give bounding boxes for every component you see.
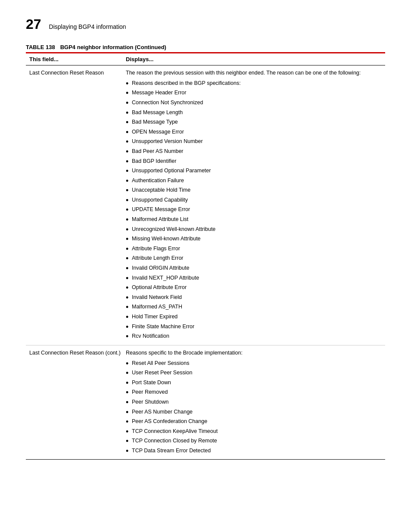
bullet-icon: • [126,303,132,312]
list-item: •Finite State Machine Error [126,322,385,332]
list-item: •Malformed AS_PATH [126,302,385,312]
bullet-icon: • [126,313,132,322]
bullet-icon: • [126,398,132,408]
bullet-text: Optional Attribute Error [132,283,385,292]
bullet-icon: • [126,205,132,215]
list-item: •Connection Not Synchronized [126,98,385,108]
list-item: •Authentication Failure [126,176,385,186]
bullet-icon: • [126,332,132,342]
col-field-header: This field... [26,56,121,62]
list-item: •Port State Down [126,378,385,388]
bullet-icon: • [126,235,132,244]
bullet-text: Invalid ORIGIN Attribute [132,264,385,272]
bullet-text: Unacceptable Hold Time [132,186,385,194]
list-item: •Missing Well-known Attribute [126,234,385,244]
table-row: Last Connection Reset Reason (cont.)Reas… [26,345,385,460]
displays-cell: The reason the previous session with thi… [121,69,385,342]
bullet-icon: • [126,157,132,167]
bullet-icon: • [126,89,132,98]
bullet-list: •Reasons described in the BGP specificat… [126,79,385,342]
list-item: •TCP Connection Closed by Remote [126,436,385,446]
bullet-icon: • [126,79,132,89]
list-item: •OPEN Message Error [126,128,385,137]
bullet-icon: • [126,225,132,235]
table-label: TABLE 138 [26,44,55,50]
bullet-text: Peer Removed [132,388,385,396]
bullet-icon: • [126,245,132,254]
list-item: •Peer AS Confederation Change [126,417,385,427]
bullet-icon: • [126,427,132,437]
bullet-text: Peer AS Confederation Change [132,417,385,426]
bullet-text: Invalid Network Field [132,293,385,302]
chapter-title: Displaying BGP4 information [49,23,126,30]
list-item: •Bad Peer AS Number [126,147,385,157]
list-item: •Hold Timer Expired [126,312,385,322]
bullet-text: Finite State Machine Error [132,322,385,331]
bullet-icon: • [126,167,132,176]
list-item: •TCP Connection KeepAlive Timeout [126,427,385,437]
bullet-text: Message Header Error [132,88,385,97]
bullet-text: Bad BGP Identifier [132,157,385,165]
field-cell: Last Connection Reset Reason (cont.) [26,349,121,456]
list-item: •TCP Data Stream Error Detected [126,446,385,456]
bullet-text: Missing Well-known Attribute [132,234,385,243]
page-container: 27 Displaying BGP4 information TABLE 138… [0,0,411,477]
bullet-icon: • [126,186,132,196]
list-item: •Peer Shutdown [126,398,385,408]
bullet-icon: • [126,137,132,147]
col-displays-header: Displays... [121,56,385,62]
bullet-icon: • [126,147,132,157]
list-item: •Optional Attribute Error [126,283,385,293]
bullet-text: TCP Connection Closed by Remote [132,436,385,445]
bullet-text: Rcv Notification [132,332,385,340]
list-item: •Attribute Flags Error [126,244,385,254]
displays-intro: The reason the previous session with thi… [126,69,385,77]
bullet-icon: • [126,379,132,388]
bullet-text: Malformed AS_PATH [132,302,385,311]
bullet-icon: • [126,283,132,293]
bullet-icon: • [126,293,132,303]
displays-cell: Reasons specific to the Brocade implemen… [121,349,385,456]
bullet-text: Unsupported Version Number [132,137,385,146]
displays-intro: Reasons specific to the Brocade implemen… [126,349,385,357]
bullet-icon: • [126,254,132,264]
table-container: TABLE 138 BGP4 neighbor information (Con… [26,44,385,460]
bullet-icon: • [126,109,132,118]
list-item: •Unsupported Optional Parameter [126,166,385,176]
bullet-text: Bad Peer AS Number [132,147,385,156]
bullet-icon: • [126,177,132,186]
bullet-text: TCP Data Stream Error Detected [132,446,385,455]
table-body: Last Connection Reset ReasonThe reason t… [26,65,385,460]
bullet-icon: • [126,408,132,417]
list-item: •Invalid NEXT_HOP Attribute [126,274,385,283]
bullet-text: Unrecognized Well-known Attribute [132,225,385,233]
table-row: Last Connection Reset ReasonThe reason t… [26,65,385,345]
bullet-icon: • [126,417,132,427]
bullet-text: Unsupported Capability [132,196,385,204]
list-item: •UPDATE Message Error [126,205,385,215]
list-item: •Peer Removed [126,388,385,398]
table-title-row: TABLE 138 BGP4 neighbor information (Con… [26,44,385,52]
table-header-row: This field... Displays... [26,53,385,65]
bullet-icon: • [126,215,132,225]
bullet-text: Malformed Attribute List [132,215,385,224]
list-item: •Malformed Attribute List [126,215,385,225]
list-item: •Attribute Length Error [126,254,385,264]
list-item: •Reasons described in the BGP specificat… [126,79,385,89]
list-item: •Bad BGP Identifier [126,157,385,167]
bullet-icon: • [126,388,132,398]
list-item: •Bad Message Type [126,118,385,128]
bullet-text: Hold Timer Expired [132,312,385,321]
bullet-text: Peer Shutdown [132,398,385,406]
list-item: •Unrecognized Well-known Attribute [126,225,385,235]
list-item: •Invalid Network Field [126,293,385,303]
list-item: •Unsupported Capability [126,196,385,205]
bullet-icon: • [126,447,132,456]
list-item: •Reset All Peer Sessions [126,359,385,369]
bullet-text: TCP Connection KeepAlive Timeout [132,427,385,436]
bullet-text: Bad Message Type [132,118,385,126]
bullet-text: UPDATE Message Error [132,205,385,214]
list-item: •Message Header Error [126,88,385,98]
list-item: •Peer AS Number Change [126,408,385,417]
bullet-text: Unsupported Optional Parameter [132,166,385,175]
